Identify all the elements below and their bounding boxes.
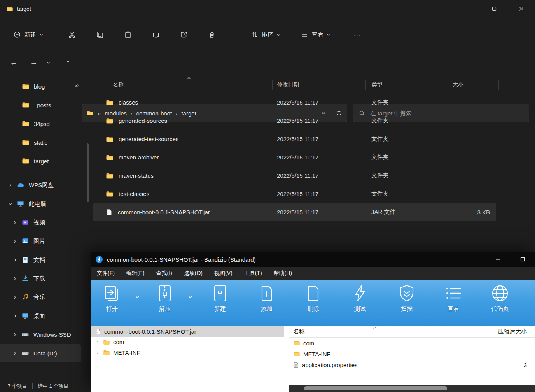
tree-item-archive-root[interactable]: common-boot-0.0.1-SNAPSHOT.jar	[91, 326, 284, 337]
chevron-right-icon[interactable]	[12, 351, 17, 355]
extract-dropdown-chevron[interactable]	[188, 294, 193, 299]
toolbar-scan-button[interactable]: 扫描	[385, 284, 428, 313]
copy-button[interactable]	[92, 27, 108, 42]
tree-item-com[interactable]: com	[91, 337, 284, 347]
tree-item-meta-inf[interactable]: META-INF	[91, 347, 284, 358]
codepage-globe-icon	[491, 284, 509, 303]
chevron-right-icon[interactable]	[12, 332, 17, 337]
sidebar-item-34psd[interactable]: 34psd	[0, 114, 89, 133]
new-button[interactable]: 新建	[9, 28, 48, 41]
sidebar-item-downloads[interactable]: 下载	[0, 269, 81, 288]
delete-button[interactable]	[204, 27, 220, 42]
table-row[interactable]: test-classes 2022/5/15 11:17 文件夹	[93, 185, 496, 203]
sidebar-item-target[interactable]: target	[0, 152, 89, 170]
table-row[interactable]: maven-status 2022/5/15 11:17 文件夹	[93, 166, 496, 185]
toolbar-open-button[interactable]: 打开	[91, 284, 133, 313]
minimize-button[interactable]	[485, 252, 510, 267]
close-button[interactable]	[508, 0, 535, 18]
chevron-right-icon[interactable]	[12, 295, 17, 299]
up-button[interactable]: ↑	[61, 56, 75, 69]
table-row[interactable]: maven-archiver 2022/5/15 11:17 文件夹	[93, 148, 496, 166]
sidebar-item-blog[interactable]: blog	[0, 77, 89, 96]
toolbar-view-button[interactable]: 查看	[432, 284, 475, 313]
sidebar-item-documents[interactable]: 文档	[0, 250, 81, 269]
column-header-size[interactable]: 大小	[446, 80, 499, 90]
table-row-selected[interactable]: common-boot-0.0.1-SNAPSHOT.jar 2022/5/15…	[93, 203, 496, 221]
view-button[interactable]: 查看	[298, 28, 334, 41]
file-date: 2022/5/15 11:17	[272, 172, 365, 179]
toolbar-new-archive-button[interactable]: 新建	[199, 284, 241, 313]
file-date: 2022/5/15 11:17	[272, 154, 365, 161]
toolbar-delete-button[interactable]: 删除	[292, 284, 335, 313]
menu-view[interactable]: 视图(V)	[214, 270, 233, 277]
list-item[interactable]: application.properties 3	[289, 359, 535, 370]
horizontal-scrollbar[interactable]	[289, 385, 535, 392]
menu-file[interactable]: 文件(F)	[97, 270, 115, 277]
list-item[interactable]: META-INF	[289, 348, 535, 359]
sidebar-item-posts[interactable]: _posts	[0, 96, 89, 114]
sidebar-item-windows-ssd[interactable]: Windows-SSD	[0, 325, 81, 344]
forward-button[interactable]: →	[27, 56, 40, 69]
table-row[interactable]: generated-test-sources 2022/5/15 11:17 文…	[93, 130, 496, 148]
back-button[interactable]: ←	[7, 56, 20, 69]
sidebar-item-desktop[interactable]: 桌面	[0, 306, 81, 325]
sidebar-item-data-drive[interactable]: Data (D:)	[0, 344, 81, 362]
minimize-button[interactable]	[453, 0, 481, 18]
scrollbar-thumb[interactable]	[304, 386, 447, 390]
chevron-right-icon[interactable]	[95, 340, 100, 344]
explorer-commandbar: 新建 排序	[0, 23, 535, 47]
sidebar-item-pictures[interactable]: 图片	[0, 232, 81, 250]
toolbar-label: 查看	[448, 305, 459, 313]
chevron-down-icon[interactable]	[8, 202, 12, 206]
column-header-type[interactable]: 类型	[365, 80, 446, 90]
maximize-button[interactable]	[481, 0, 508, 18]
sidebar-item-static[interactable]: static	[0, 133, 89, 152]
chevron-right-icon[interactable]	[95, 351, 100, 355]
toolbar-extract-button[interactable]: 解压	[143, 284, 186, 313]
toolbar-add-button[interactable]: 添加	[245, 284, 288, 313]
more-options-button[interactable]: ⋯	[353, 30, 361, 39]
archive-file-list: 名称 压缩后大小 com META-INF application.proper…	[289, 326, 535, 392]
column-header-compressed-size[interactable]: 压缩后大小	[463, 328, 535, 335]
chevron-right-icon[interactable]	[12, 258, 17, 262]
chevron-right-icon[interactable]	[8, 183, 12, 187]
panel-splitter[interactable]	[284, 326, 289, 392]
menu-edit[interactable]: 编辑(E)	[126, 270, 145, 277]
open-dropdown-chevron[interactable]	[135, 294, 140, 299]
cut-button[interactable]	[64, 27, 80, 42]
rename-button[interactable]	[148, 27, 164, 42]
maximize-button[interactable]	[510, 252, 535, 267]
sidebar-item-videos[interactable]: 视频	[0, 213, 81, 232]
menu-tools[interactable]: 工具(T)	[244, 270, 262, 277]
chevron-right-icon[interactable]	[12, 314, 17, 318]
list-item[interactable]: com	[289, 338, 535, 348]
toolbar-test-button[interactable]: 测试	[339, 284, 381, 313]
file-size: 3 KB	[446, 209, 496, 215]
menu-help[interactable]: 帮助(H)	[274, 270, 292, 277]
chevron-right-icon[interactable]	[12, 239, 17, 243]
add-icon	[257, 284, 276, 303]
toolbar-divider	[240, 30, 240, 40]
file-name: test-classes	[119, 191, 149, 197]
tree-item-label: common-boot-0.0.1-SNAPSHOT.jar	[104, 328, 196, 335]
share-button[interactable]	[176, 27, 192, 42]
menu-options[interactable]: 选项(O)	[184, 270, 203, 277]
toolbar-codepage-button[interactable]: 代码页	[479, 284, 521, 313]
recent-locations-chevron[interactable]	[44, 56, 54, 69]
sidebar-scrollbar[interactable]	[87, 143, 89, 202]
sort-button[interactable]: 排序	[248, 28, 284, 41]
table-row[interactable]: generated-sources 2022/5/15 11:17 文件夹	[93, 112, 496, 130]
paste-button[interactable]	[120, 27, 136, 42]
sidebar-item-wps-cloud[interactable]: WPS网盘	[0, 176, 89, 194]
sort-ascending-caret	[187, 77, 191, 80]
sidebar-item-this-pc[interactable]: 此电脑	[0, 194, 89, 213]
sort-ascending-caret	[372, 326, 377, 329]
menu-find[interactable]: 查找(I)	[156, 270, 172, 277]
sidebar-item-music[interactable]: 音乐	[0, 288, 81, 306]
column-header-date[interactable]: 修改日期	[272, 80, 365, 90]
file-date: 2022/5/15 11:17	[272, 99, 365, 106]
chevron-right-icon[interactable]	[12, 276, 17, 281]
chevron-right-icon[interactable]	[12, 220, 17, 225]
table-row[interactable]: classes 2022/5/15 11:17 文件夹	[93, 93, 496, 112]
column-header-name[interactable]: 名称	[93, 80, 272, 90]
